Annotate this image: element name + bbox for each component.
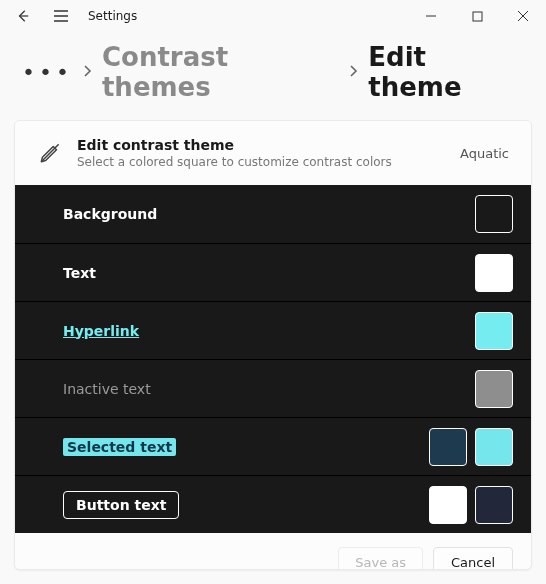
close-button[interactable]: [500, 0, 546, 32]
back-button[interactable]: [6, 0, 40, 32]
swatch-selected-fg[interactable]: [429, 428, 467, 466]
row-label-button: Button text: [63, 491, 179, 519]
swatch-inactive[interactable]: [475, 370, 513, 408]
card-footer: Save as Cancel: [15, 533, 531, 570]
maximize-icon: [472, 11, 483, 22]
chevron-right-icon: [83, 64, 92, 81]
breadcrumb-more-icon[interactable]: •••: [22, 60, 73, 85]
save-as-button[interactable]: Save as: [338, 547, 423, 570]
chevron-right-icon: [349, 64, 358, 81]
theme-name-label: Aquatic: [460, 146, 509, 161]
breadcrumb: ••• Contrast themes Edit theme: [0, 32, 546, 120]
card-title: Edit contrast theme: [77, 137, 392, 153]
breadcrumb-edit-theme: Edit theme: [368, 42, 524, 102]
card-header: Edit contrast theme Select a colored squ…: [15, 121, 531, 185]
row-label-hyperlink: Hyperlink: [63, 323, 139, 339]
color-list: Background Text Hyperlink Inactive text: [15, 185, 531, 533]
swatch-selected-bg[interactable]: [475, 428, 513, 466]
color-row-button[interactable]: Button text: [15, 475, 531, 533]
swatch-button-bg[interactable]: [475, 486, 513, 524]
row-label-text: Text: [63, 265, 96, 281]
window-title: Settings: [88, 9, 137, 23]
color-row-selected[interactable]: Selected text: [15, 417, 531, 475]
row-label-inactive: Inactive text: [63, 381, 151, 397]
row-label-selected: Selected text: [63, 438, 176, 456]
swatch-hyperlink[interactable]: [475, 312, 513, 350]
nav-menu-button[interactable]: [44, 0, 78, 32]
arrow-left-icon: [16, 9, 30, 23]
color-row-text[interactable]: Text: [15, 243, 531, 301]
brush-icon: [37, 140, 63, 166]
card-subtitle: Select a colored square to customize con…: [77, 155, 392, 169]
minimize-button[interactable]: [408, 0, 454, 32]
color-row-inactive[interactable]: Inactive text: [15, 359, 531, 417]
swatch-button-fg[interactable]: [429, 486, 467, 524]
swatch-text[interactable]: [475, 254, 513, 292]
breadcrumb-contrast-themes[interactable]: Contrast themes: [102, 42, 339, 102]
title-bar: Settings: [0, 0, 546, 32]
cancel-button[interactable]: Cancel: [433, 547, 513, 570]
maximize-button[interactable]: [454, 0, 500, 32]
row-label-background: Background: [63, 206, 157, 222]
edit-theme-card: Edit contrast theme Select a colored squ…: [14, 120, 532, 570]
svg-rect-0: [473, 12, 482, 21]
close-icon: [517, 10, 529, 22]
color-row-hyperlink[interactable]: Hyperlink: [15, 301, 531, 359]
settings-window: Settings ••• Contrast themes Edit theme: [0, 0, 546, 584]
hamburger-icon: [53, 9, 69, 23]
swatch-background[interactable]: [475, 195, 513, 233]
minimize-icon: [425, 10, 437, 22]
color-row-background[interactable]: Background: [15, 185, 531, 243]
